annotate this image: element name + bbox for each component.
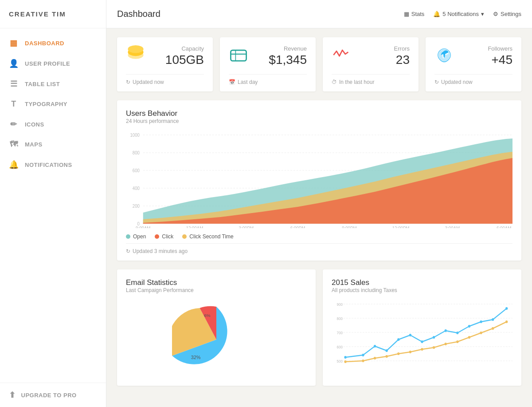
svg-point-62 [445, 343, 447, 345]
svg-rect-4 [231, 50, 246, 61]
stats-button[interactable]: ▦ Stats [404, 11, 425, 17]
svg-text:9:00AM: 9:00AM [136, 226, 150, 228]
stat-footer-icon-followers: ↻ [434, 79, 439, 85]
svg-text:3:00PM: 3:00PM [239, 226, 254, 228]
errors-icon [332, 45, 351, 69]
svg-text:3:00AM: 3:00AM [445, 226, 460, 228]
legend-click-second-dot [182, 234, 187, 239]
svg-point-61 [433, 346, 435, 349]
svg-point-44 [397, 338, 399, 341]
notifications-label: 5 Notifications [442, 11, 479, 17]
stat-footer-text-followers: Updated now [441, 79, 473, 85]
legend-open-label: Open [133, 233, 146, 240]
svg-text:400: 400 [133, 186, 140, 191]
stat-card-footer-capacity: ↻ Updated now [126, 74, 204, 85]
stat-card-info-revenue: Revenue $1,345 [269, 45, 307, 66]
stat-footer-text-revenue: Last day [238, 79, 258, 85]
svg-text:12:00PM: 12:00PM [392, 226, 410, 228]
settings-button[interactable]: ⚙ Settings [493, 11, 521, 17]
stat-footer-icon-errors: ⏱ [332, 79, 337, 85]
table-list-icon: ☰ [9, 79, 19, 89]
stat-card-footer-errors: ⏱ In the last hour [332, 74, 410, 85]
stat-card-capacity: Capacity 105GB ↻ Updated now [117, 37, 213, 91]
stat-card-value-followers: +45 [488, 54, 512, 66]
stat-footer-icon-revenue: 📅 [229, 79, 235, 85]
area-chart: 1000 800 600 400 200 0 9:00AM 12:00AM 3 [126, 130, 512, 228]
users-behavior-title: Users Behavior [126, 109, 512, 118]
svg-point-57 [386, 355, 388, 358]
legend-click: Click [155, 233, 173, 240]
svg-point-42 [374, 345, 376, 348]
svg-text:900: 900 [337, 302, 343, 307]
sales-2015-title: 2015 Sales [332, 278, 512, 287]
sidebar: CREATIVE TIM ▦Dashboard👤User Profile☰Tab… [0, 0, 106, 407]
stat-card-followers: Followers +45 ↻ Updated now [426, 37, 521, 91]
svg-point-56 [374, 357, 376, 360]
svg-text:700: 700 [337, 331, 343, 336]
stats-label: Stats [411, 11, 425, 17]
bottom-charts: Email Statistics Last Campaign Performan… [117, 269, 521, 395]
users-behavior-card: Users Behavior 24 Hours performance 1000… [117, 100, 521, 261]
sidebar-item-user-profile[interactable]: 👤User Profile [0, 53, 106, 74]
revenue-icon [229, 45, 248, 69]
svg-text:200: 200 [133, 204, 140, 209]
sidebar-item-icons[interactable]: ✏Icons [0, 114, 106, 134]
stat-card-label-followers: Followers [488, 45, 512, 52]
gear-icon: ⚙ [493, 11, 498, 17]
dashboard-icon: ▦ [9, 38, 19, 48]
followers-icon [434, 45, 454, 69]
sidebar-item-label-table-list: Table List [25, 81, 60, 87]
svg-text:6:00PM: 6:00PM [290, 226, 305, 228]
svg-point-46 [421, 340, 423, 343]
sidebar-item-table-list[interactable]: ☰Table List [0, 74, 106, 94]
sidebar-nav: ▦Dashboard👤User Profile☰Table ListTTypog… [0, 28, 106, 383]
stat-footer-icon-capacity: ↻ [126, 79, 130, 85]
svg-point-53 [505, 307, 508, 310]
stat-card-top-revenue: Revenue $1,345 [229, 45, 307, 69]
svg-point-63 [456, 340, 458, 343]
line-chart: 900 800 700 600 500 [332, 300, 512, 379]
sidebar-item-label-typography: Typography [25, 101, 67, 107]
svg-point-50 [468, 325, 470, 328]
legend-open: Open [126, 233, 146, 240]
stat-card-label-revenue: Revenue [269, 45, 307, 52]
stat-card-info-followers: Followers +45 [488, 45, 512, 66]
svg-point-59 [409, 351, 411, 353]
upgrade-to-pro-button[interactable]: ⬆ Upgrade to Pro [0, 383, 106, 407]
svg-text:1000: 1000 [130, 133, 140, 138]
stats-icon: ▦ [404, 11, 409, 17]
svg-point-54 [344, 360, 346, 363]
svg-point-49 [456, 332, 458, 334]
sidebar-item-typography[interactable]: TTypography [0, 94, 106, 114]
svg-point-52 [492, 318, 494, 321]
main-content: Dashboard ▦ Stats 🔔 5 Notifications ▾ ⚙ … [106, 0, 532, 407]
stat-card-errors: Errors 23 ⏱ In the last hour [323, 37, 419, 91]
stat-card-footer-followers: ↻ Updated now [434, 74, 512, 85]
stat-card-value-capacity: 105GB [165, 54, 204, 66]
upgrade-label: Upgrade to Pro [21, 392, 77, 399]
svg-point-40 [344, 356, 346, 359]
typography-icon: T [9, 99, 19, 109]
svg-text:500: 500 [337, 359, 343, 364]
stat-card-revenue: Revenue $1,345 📅 Last day [220, 37, 316, 91]
sidebar-item-notifications[interactable]: 🔔Notifications [0, 154, 106, 175]
stat-card-label-errors: Errors [394, 45, 410, 52]
svg-point-45 [409, 334, 411, 336]
email-stats-title: Email Statistics [126, 278, 307, 287]
svg-text:9:00PM: 9:00PM [342, 226, 356, 228]
stat-card-footer-revenue: 📅 Last day [229, 74, 307, 85]
stat-card-label-capacity: Capacity [165, 45, 204, 52]
behavior-chart-footer: ↻ Updated 3 minutes ago [126, 243, 512, 254]
legend-click-dot [155, 234, 159, 239]
refresh-icon: ↻ [126, 248, 130, 254]
notifications-button[interactable]: 🔔 5 Notifications ▾ [433, 11, 484, 17]
svg-text:62%: 62% [232, 341, 243, 348]
stat-footer-text-errors: In the last hour [339, 79, 374, 85]
sidebar-item-dashboard[interactable]: ▦Dashboard [0, 33, 106, 53]
settings-label: Settings [501, 11, 521, 17]
svg-point-51 [480, 320, 482, 323]
svg-text:600: 600 [337, 345, 343, 350]
sidebar-item-maps[interactable]: 🗺Maps [0, 134, 106, 154]
sidebar-item-label-notifications: Notifications [25, 162, 72, 168]
topbar-actions: ▦ Stats 🔔 5 Notifications ▾ ⚙ Settings [404, 11, 521, 17]
